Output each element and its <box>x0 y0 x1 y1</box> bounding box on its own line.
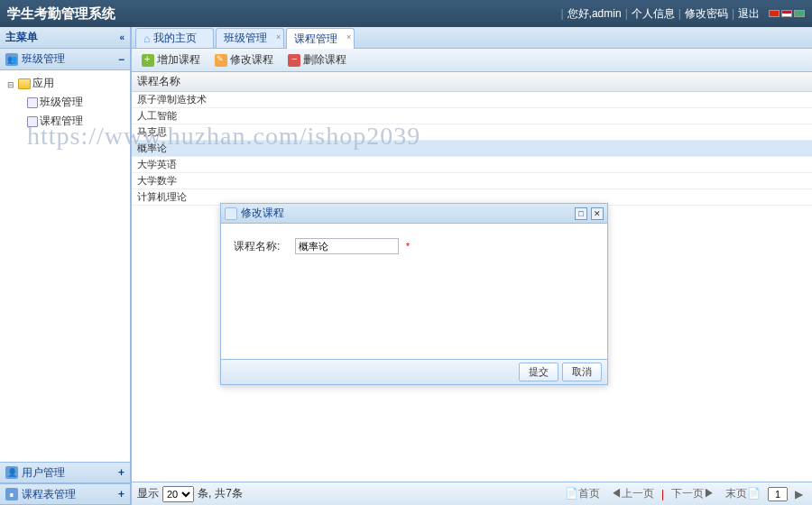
flag-cn-icon[interactable] <box>769 10 780 17</box>
table-row[interactable]: 人工智能 <box>132 108 812 124</box>
nav-tree: 应用 班级管理 课程管理 <box>0 70 130 462</box>
close-icon[interactable]: × <box>346 32 351 41</box>
sidebar: 主菜单 « 👥班级管理 − 应用 班级管理 课程管理 👤用户管理 + <box>0 27 131 505</box>
window-icon <box>225 207 237 220</box>
accordion-user-mgmt[interactable]: 👤用户管理 + <box>0 462 130 483</box>
page-size-select[interactable]: 20 <box>162 486 194 502</box>
calendar-icon: ∎ <box>5 488 18 500</box>
edit-course-dialog: 修改课程 □ ✕ 课程名称: * 提交 取消 <box>220 203 608 385</box>
expand-icon[interactable] <box>7 78 16 90</box>
edit-course-button[interactable]: 修改课程 <box>208 50 280 70</box>
required-icon: * <box>406 242 410 252</box>
pager: 显示 20 条, 共7条 📄首页 ◀上一页 | 下一页▶ 末页📄 ▶ <box>132 482 812 505</box>
cancel-button[interactable]: 取消 <box>562 363 602 381</box>
collapse-sidebar-icon[interactable]: « <box>119 32 125 42</box>
delete-icon <box>288 54 300 67</box>
close-icon[interactable]: × <box>276 32 281 41</box>
tab-class-mgmt[interactable]: 班级管理 × <box>216 28 284 48</box>
minus-icon: − <box>118 53 125 66</box>
add-course-button[interactable]: 增加课程 <box>135 50 207 70</box>
home-icon <box>143 32 150 45</box>
tab-course-mgmt[interactable]: 课程管理 × <box>286 28 355 49</box>
group-icon: 👥 <box>5 53 18 66</box>
plus-icon: + <box>118 466 125 479</box>
field-label-course-name: 课程名称: <box>234 239 286 254</box>
flag-other-icon[interactable] <box>794 10 805 17</box>
course-name-input[interactable] <box>295 238 399 254</box>
table-row[interactable]: 马克思 <box>132 124 812 141</box>
submit-button[interactable]: 提交 <box>519 363 558 381</box>
app-title: 学生考勤管理系统 <box>7 5 115 23</box>
leaf-icon <box>27 97 38 108</box>
tree-item-class-mgmt[interactable]: 班级管理 <box>2 93 128 112</box>
pager-go-button[interactable]: ▶ <box>791 487 807 501</box>
link-logout[interactable]: 退出 <box>738 6 760 22</box>
link-profile[interactable]: 个人信息 <box>632 6 675 22</box>
tree-item-course-mgmt[interactable]: 课程管理 <box>2 112 128 131</box>
dialog-titlebar[interactable]: 修改课程 □ ✕ <box>221 204 607 224</box>
app-header: 学生考勤管理系统 | 您好,admin | 个人信息 | 修改密码 | 退出 <box>0 0 812 27</box>
toolbar: 增加课程 修改课程 删除课程 <box>132 49 812 72</box>
pager-prev-button[interactable]: ◀上一页 <box>607 485 658 502</box>
folder-icon <box>18 78 31 89</box>
greeting: 您好,admin <box>567 6 622 22</box>
table-row[interactable]: 大学数学 <box>132 173 812 189</box>
tab-home[interactable]: 我的主页 <box>135 28 214 48</box>
link-changepwd[interactable]: 修改密码 <box>685 6 728 22</box>
header-links: | 您好,admin | 个人信息 | 修改密码 | 退出 <box>560 6 805 22</box>
leaf-icon <box>27 116 38 127</box>
delete-course-button[interactable]: 删除课程 <box>281 50 353 70</box>
tree-root-app[interactable]: 应用 <box>2 74 128 93</box>
locale-flags <box>769 10 805 17</box>
grid-column-header[interactable]: 课程名称 <box>132 72 812 92</box>
user-icon: 👤 <box>5 466 18 479</box>
accordion-class-mgmt[interactable]: 👥班级管理 − <box>0 49 130 70</box>
pager-page-input[interactable] <box>768 487 788 501</box>
add-icon <box>142 54 154 67</box>
pager-last-button[interactable]: 末页📄 <box>722 485 764 502</box>
edit-icon <box>215 54 227 67</box>
accordion-schedule-mgmt[interactable]: ∎课程表管理 + <box>0 483 130 505</box>
table-row[interactable]: 原子弹制造技术 <box>132 92 812 108</box>
plus-icon: + <box>118 488 125 500</box>
close-icon[interactable]: ✕ <box>591 207 604 220</box>
pager-next-button[interactable]: 下一页▶ <box>668 485 718 502</box>
maximize-icon[interactable]: □ <box>575 207 587 220</box>
pager-show-label: 显示 <box>137 486 159 501</box>
pager-total: 共7条 <box>215 486 243 501</box>
sidebar-title: 主菜单 « <box>0 27 130 49</box>
pager-first-button[interactable]: 📄首页 <box>561 485 604 502</box>
tab-bar: 我的主页 班级管理 × 课程管理 × <box>132 27 812 49</box>
flag-us-icon[interactable] <box>781 10 792 17</box>
table-row[interactable]: 大学英语 <box>132 157 812 173</box>
table-row[interactable]: 概率论 <box>132 141 812 157</box>
